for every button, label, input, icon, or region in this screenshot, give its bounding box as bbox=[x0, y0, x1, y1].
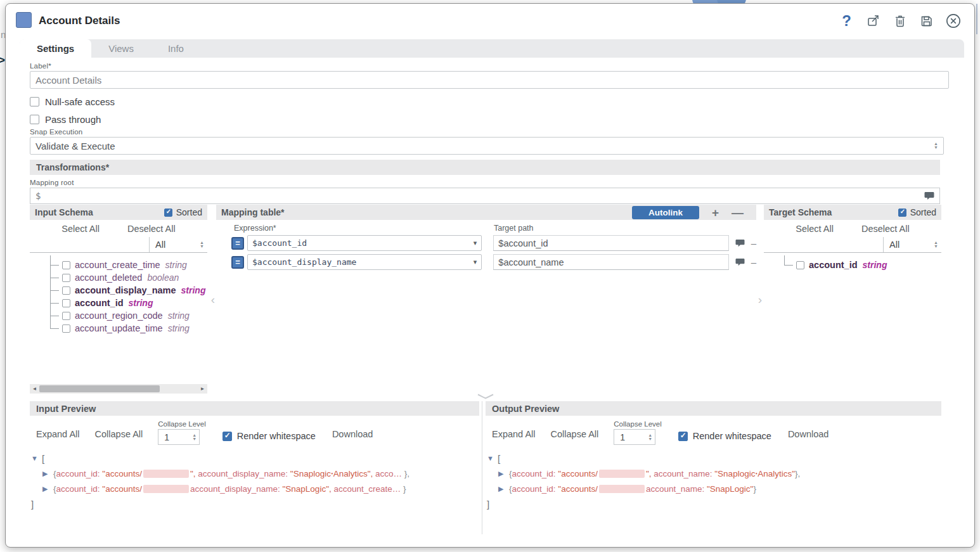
spinner-arrows-icon[interactable]: ▲▼ bbox=[648, 433, 652, 441]
pass-through-checkbox-row[interactable]: Pass through bbox=[30, 114, 101, 125]
expression-value: $account_display_name bbox=[252, 257, 356, 267]
schema-item-account_create_time[interactable]: account_create_timestring bbox=[30, 259, 207, 271]
render-whitespace-checkbox[interactable] bbox=[678, 432, 688, 441]
json-open-bracket: [ bbox=[498, 453, 500, 464]
expand-all-link[interactable]: Expand All bbox=[36, 429, 80, 445]
collapse-right-panel-handle[interactable]: › bbox=[756, 205, 764, 395]
schema-item-account_update_time[interactable]: account_update_timestring bbox=[30, 322, 207, 335]
collapse-toggle-icon[interactable]: ▼ bbox=[31, 454, 42, 462]
deselect-all-link[interactable]: Deselect All bbox=[127, 224, 176, 234]
render-whitespace-toggle[interactable]: Render whitespace bbox=[222, 431, 316, 445]
download-link[interactable]: Download bbox=[332, 429, 373, 445]
pass-through-checkbox[interactable] bbox=[30, 115, 39, 124]
comment-icon[interactable] bbox=[735, 239, 745, 248]
schema-search-input[interactable] bbox=[30, 237, 149, 252]
collapse-level-input[interactable]: 1 ▲▼ bbox=[614, 429, 655, 445]
render-whitespace-checkbox[interactable] bbox=[222, 432, 232, 441]
mapping-row: =$account_display_name▾$account_name– bbox=[216, 253, 756, 271]
render-whitespace-toggle[interactable]: Render whitespace bbox=[678, 431, 771, 445]
scroll-right-icon[interactable]: ► bbox=[198, 386, 207, 392]
trash-icon[interactable] bbox=[891, 12, 908, 29]
spinner-arrows-icon[interactable]: ▲▼ bbox=[934, 142, 938, 150]
spinner-arrows-icon[interactable]: ▲▼ bbox=[192, 433, 197, 441]
collapse-toggle-icon[interactable]: ▼ bbox=[487, 454, 498, 462]
deselect-all-link[interactable]: Deselect All bbox=[861, 224, 910, 234]
expand-toggle-icon[interactable]: ▶ bbox=[42, 485, 53, 493]
render-whitespace-label: Render whitespace bbox=[237, 431, 316, 441]
input-schema-title: Input Schema bbox=[35, 207, 93, 217]
target-path-input[interactable]: $account_name bbox=[493, 254, 728, 270]
schema-item-checkbox[interactable] bbox=[62, 324, 70, 333]
schema-filter-select[interactable]: All ▲▼ bbox=[149, 237, 207, 252]
close-icon[interactable] bbox=[945, 12, 962, 29]
schema-item-checkbox[interactable] bbox=[62, 312, 70, 320]
expand-toggle-icon[interactable]: ▶ bbox=[498, 470, 509, 478]
schema-item-checkbox[interactable] bbox=[62, 274, 70, 282]
expression-input[interactable]: $account_id▾ bbox=[247, 235, 482, 251]
download-link[interactable]: Download bbox=[788, 429, 829, 445]
collapse-all-link[interactable]: Collapse All bbox=[95, 429, 143, 445]
snap-execution-label: Snap Execution bbox=[30, 128, 82, 136]
input-schema-header: Input Schema Sorted bbox=[30, 205, 207, 220]
schema-item-account_deleted[interactable]: account_deletedboolean bbox=[30, 271, 207, 284]
schema-item-account_id[interactable]: account_idstring bbox=[764, 259, 941, 271]
remove-rows-button[interactable]: — bbox=[732, 207, 744, 219]
spinner-arrows-icon[interactable]: ▲▼ bbox=[200, 241, 204, 248]
tab-views[interactable]: Views bbox=[91, 39, 151, 58]
null-safe-access-checkbox[interactable] bbox=[30, 97, 39, 106]
schema-item-checkbox[interactable] bbox=[62, 286, 70, 295]
output-preview-header: Output Preview bbox=[486, 401, 941, 416]
schema-item-account_display_name[interactable]: account_display_namestring bbox=[30, 284, 207, 297]
comment-icon[interactable] bbox=[924, 191, 934, 201]
sorted-checkbox[interactable] bbox=[898, 209, 906, 217]
remove-row-icon[interactable]: – bbox=[751, 238, 756, 248]
schema-item-checkbox[interactable] bbox=[62, 261, 70, 269]
open-in-new-icon[interactable] bbox=[865, 12, 882, 29]
sorted-checkbox[interactable] bbox=[164, 209, 172, 217]
collapse-all-link[interactable]: Collapse All bbox=[551, 429, 599, 445]
schema-filter-select[interactable]: All ▲▼ bbox=[883, 237, 941, 252]
label-field-input[interactable] bbox=[30, 71, 949, 89]
target-path-input[interactable]: $account_id bbox=[493, 235, 728, 251]
schema-item-checkbox[interactable] bbox=[62, 299, 70, 307]
collapse-mapping-area-handle[interactable] bbox=[476, 390, 495, 402]
expression-toggle-icon[interactable]: = bbox=[231, 237, 244, 250]
target-schema-sorted-toggle[interactable]: Sorted bbox=[898, 207, 936, 217]
expression-dropdown-icon[interactable]: ▾ bbox=[474, 258, 477, 266]
schema-search-input[interactable] bbox=[764, 237, 883, 252]
select-all-link[interactable]: Select All bbox=[796, 224, 834, 234]
tab-info[interactable]: Info bbox=[151, 39, 201, 58]
expand-toggle-icon[interactable]: ▶ bbox=[498, 485, 509, 493]
tree-connector bbox=[50, 297, 59, 309]
snap-execution-select[interactable]: Validate & Execute ▲▼ bbox=[30, 137, 944, 155]
tab-settings[interactable]: Settings bbox=[20, 39, 91, 58]
mapping-table-title: Mapping table* bbox=[221, 207, 285, 217]
spinner-arrows-icon[interactable]: ▲▼ bbox=[934, 241, 938, 248]
select-all-link[interactable]: Select All bbox=[61, 224, 100, 234]
add-row-button[interactable]: + bbox=[712, 207, 719, 219]
expression-input[interactable]: $account_display_name▾ bbox=[247, 254, 482, 270]
schema-item-checkbox[interactable] bbox=[796, 261, 804, 269]
collapse-level-input[interactable]: 1 ▲▼ bbox=[158, 429, 200, 445]
schema-item-account_region_code[interactable]: account_region_codestring bbox=[30, 309, 207, 322]
mapping-root-input[interactable]: $ bbox=[30, 188, 940, 204]
autolink-button[interactable]: Autolink bbox=[632, 206, 699, 219]
save-icon[interactable] bbox=[918, 12, 935, 29]
horizontal-scrollbar[interactable]: ◄ ► bbox=[30, 384, 207, 394]
tree-connector bbox=[784, 259, 793, 271]
remove-row-icon[interactable]: – bbox=[751, 257, 756, 267]
scroll-left-icon[interactable]: ◄ bbox=[30, 386, 39, 392]
comment-icon[interactable] bbox=[735, 258, 745, 267]
input-schema-sorted-toggle[interactable]: Sorted bbox=[164, 207, 202, 217]
expand-all-link[interactable]: Expand All bbox=[492, 429, 536, 445]
expression-toggle-icon[interactable]: = bbox=[231, 256, 244, 269]
scrollbar-thumb[interactable] bbox=[39, 385, 160, 392]
schema-item-account_id[interactable]: account_idstring bbox=[30, 297, 207, 309]
null-safe-access-checkbox-row[interactable]: Null-safe access bbox=[30, 96, 115, 107]
json-record-row: ▶{account_id: "accounts/account_name: "S… bbox=[487, 481, 941, 496]
help-icon[interactable]: ? bbox=[838, 12, 855, 29]
expand-toggle-icon[interactable]: ▶ bbox=[42, 470, 53, 478]
expression-dropdown-icon[interactable]: ▾ bbox=[474, 239, 477, 247]
json-token: Analytics", bbox=[333, 469, 373, 478]
json-token: "accounts/ bbox=[558, 484, 598, 494]
